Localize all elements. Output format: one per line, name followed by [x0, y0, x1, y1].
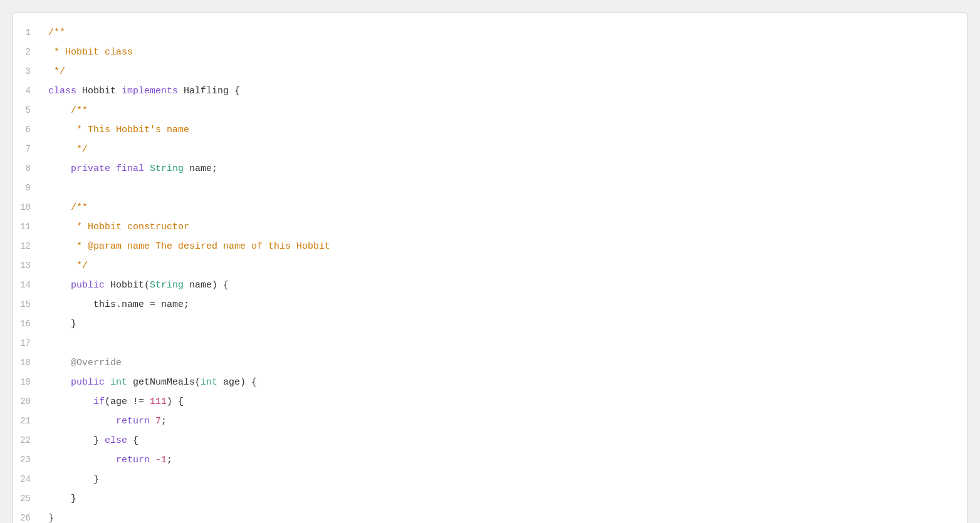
token — [48, 280, 71, 291]
code-line: 1/** — [13, 23, 967, 43]
code-tokens: } else { — [43, 432, 967, 450]
line-number: 21 — [13, 412, 43, 430]
line-number: 2 — [13, 43, 43, 61]
token — [48, 377, 71, 388]
token — [48, 455, 116, 465]
line-number: 25 — [13, 489, 43, 508]
token: * This Hobbit's name — [48, 125, 189, 135]
code-line: 3 */ — [13, 62, 967, 81]
code-line: 21 return 7; — [13, 412, 967, 431]
token: Hobbit — [82, 86, 122, 96]
line-number: 9 — [13, 179, 43, 197]
token: class — [48, 86, 82, 96]
token: /** — [48, 105, 88, 116]
line-number: 16 — [13, 314, 43, 333]
line-number: 8 — [13, 159, 43, 178]
token: else — [105, 435, 133, 446]
line-number: 5 — [13, 101, 43, 120]
code-line: 5 /** — [13, 101, 967, 120]
code-tokens: private final String name; — [43, 160, 967, 179]
code-line: 14 public Hobbit(String name) { — [13, 276, 967, 295]
token: } — [48, 513, 54, 523]
token: age) { — [223, 377, 257, 388]
line-number: 15 — [13, 295, 43, 314]
token: int — [201, 377, 223, 388]
line-number: 22 — [13, 431, 43, 450]
token: */ — [48, 66, 65, 77]
line-number: 4 — [13, 81, 43, 100]
token: name; — [184, 163, 217, 174]
line-number: 14 — [13, 276, 43, 294]
line-number: 24 — [13, 470, 43, 489]
token — [48, 416, 116, 427]
code-line: 8 private final String name; — [13, 159, 967, 179]
line-number: 3 — [13, 62, 43, 81]
code-line: 25 } — [13, 489, 967, 509]
token: } — [48, 494, 76, 504]
code-line: 10 /** — [13, 198, 967, 217]
code-tokens: /** — [43, 199, 967, 217]
token: Halfling { — [184, 86, 240, 96]
code-line: 9 — [13, 179, 967, 198]
token: 111 — [150, 396, 167, 407]
line-number: 12 — [13, 237, 43, 256]
code-tokens: * Hobbit constructor — [43, 218, 967, 237]
token: String — [150, 280, 184, 291]
code-line: 11 * Hobbit constructor — [13, 217, 967, 237]
token: int — [110, 377, 133, 388]
token — [48, 396, 93, 407]
code-tokens: /** — [43, 101, 967, 120]
code-tokens: class Hobbit implements Halfling { — [43, 82, 967, 101]
code-tokens: } — [43, 490, 967, 509]
token: */ — [48, 144, 88, 155]
token: (age != — [105, 396, 150, 407]
code-tokens: } — [43, 315, 967, 334]
token: ; — [167, 455, 172, 465]
line-number: 20 — [13, 392, 43, 411]
code-tokens — [43, 334, 967, 353]
token: @Override — [71, 358, 122, 368]
token: private final — [71, 163, 150, 174]
line-number: 1 — [13, 23, 43, 42]
token: return — [116, 416, 155, 427]
token: } — [48, 474, 99, 485]
code-line: 24 } — [13, 470, 967, 489]
token: getNumMeals( — [133, 377, 201, 388]
code-line: 22 } else { — [13, 431, 967, 450]
token: { — [133, 435, 138, 446]
code-line: 16 } — [13, 314, 967, 334]
code-tokens: * @param name The desired name of this H… — [43, 237, 967, 256]
token: * Hobbit class — [48, 47, 133, 58]
code-line: 7 */ — [13, 140, 967, 159]
code-tokens: * Hobbit class — [43, 43, 967, 62]
token: this.name = name; — [48, 299, 189, 310]
code-line: 15 this.name = name; — [13, 295, 967, 314]
code-tokens: * This Hobbit's name — [43, 121, 967, 140]
token: implements — [122, 86, 184, 96]
code-tokens: @Override — [43, 354, 967, 373]
code-tokens: if(age != 111) { — [43, 393, 967, 412]
code-line: 26} — [13, 509, 967, 523]
line-number: 6 — [13, 120, 43, 139]
code-line: 12 * @param name The desired name of thi… — [13, 237, 967, 256]
code-tokens: } — [43, 509, 967, 523]
token: return — [116, 455, 155, 465]
code-tokens — [43, 179, 967, 198]
token: * @param name The desired name of this H… — [48, 241, 330, 252]
code-tokens: */ — [43, 63, 967, 81]
line-number: 10 — [13, 198, 43, 217]
token — [48, 163, 71, 174]
token: ) { — [167, 396, 184, 407]
code-line: 13 */ — [13, 256, 967, 276]
line-number: 23 — [13, 450, 43, 469]
token: } — [48, 435, 105, 446]
code-line: 4class Hobbit implements Halfling { — [13, 81, 967, 101]
code-tokens: } — [43, 470, 967, 489]
token: if — [93, 396, 105, 407]
token: String — [150, 163, 184, 174]
code-tokens: */ — [43, 257, 967, 276]
code-tokens: /** — [43, 24, 967, 43]
code-line: 18 @Override — [13, 353, 967, 373]
line-number: 18 — [13, 353, 43, 372]
line-number: 7 — [13, 140, 43, 158]
